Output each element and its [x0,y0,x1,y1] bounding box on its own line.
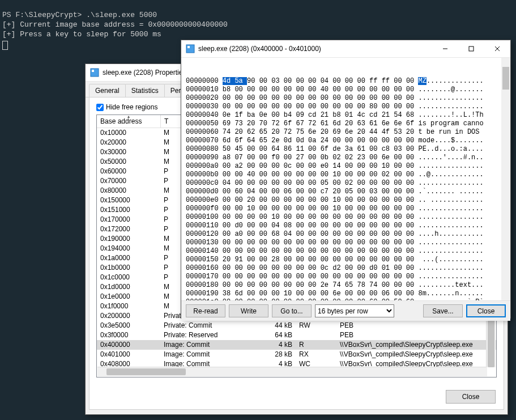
table-row[interactable]: 0x3f0000Private: Reserved64 kBPEB [97,330,496,340]
hex-row: 00000140 00 00 00 00 00 00 00 00 00 00 0… [186,247,508,256]
svg-rect-1 [92,70,94,72]
terminal-line-2: [+] Current image base address = 0x00000… [2,20,228,29]
hex-row: 00000090 a8 07 00 00 f0 00 27 00 0b 02 0… [186,154,508,162]
hex-row: 00000150 20 91 00 00 28 00 00 00 00 00 0… [186,256,508,264]
properties-close-button[interactable]: Close [446,390,496,404]
terminal-cursor [2,41,8,50]
terminal-line-3: [+] Press a key to sleep for 5000 ms [2,30,161,39]
hex-row: 00000180 00 00 00 00 00 00 00 00 2e 74 6… [186,281,508,290]
hex-row: 00000130 00 00 00 00 00 00 00 00 00 00 0… [186,239,508,247]
svg-rect-9 [469,46,474,51]
col-base-address[interactable]: ▴Base address [97,115,161,128]
tab-statistics[interactable]: Statistics [125,84,165,97]
hex-title: sleep.exe (2208) (0x400000 - 0x401000) [198,45,432,53]
hex-row: 000001a0 00 00 00 00 00 00 00 00 00 00 0… [186,298,508,300]
save-button[interactable]: Save... [423,304,463,317]
hex-row: 000000f0 00 00 10 00 00 00 00 00 00 10 0… [186,205,508,213]
write-button[interactable]: Write [229,304,268,317]
close-button[interactable] [484,40,510,57]
table-row[interactable]: 0x3e5000Private: Commit44 kBRWPEB [97,321,496,330]
terminal-line-1: PS F:\SleepyCrypt> .\sleep.exe 5000 [2,11,157,19]
hscroll-thumb[interactable] [106,368,186,375]
app-icon [90,68,99,77]
horizontal-scrollbar[interactable] [97,367,487,376]
hex-dump[interactable]: 00000000 4d 5a 90 00 03 00 00 00 04 00 0… [181,58,510,300]
hex-close-button[interactable]: Close [466,304,506,317]
svg-rect-7 [187,46,190,48]
tab-general[interactable]: General [89,84,126,97]
hex-row: 00000000 4d 5a 90 00 03 00 00 00 04 00 0… [186,77,508,86]
hex-row: 00000070 6d 6f 64 65 2e 0d 0d 0a 24 00 0… [186,137,508,145]
hex-row: 00000160 00 00 00 00 00 00 00 00 0c d2 0… [186,264,508,273]
hex-row: 00000050 69 73 20 70 72 6f 67 72 61 6d 2… [186,120,508,128]
hex-row: 00000010 b8 00 00 00 00 00 00 00 40 00 0… [186,86,508,94]
hex-row: 000000b0 00 00 40 00 00 00 00 00 00 10 0… [186,171,508,179]
app-icon [186,44,195,53]
hex-row: 000000d0 00 60 04 00 00 06 00 00 c7 20 0… [186,188,508,196]
minimize-button[interactable] [432,40,458,57]
hex-row: 00000110 00 d0 00 00 04 08 00 00 00 00 0… [186,222,508,230]
hex-row: 00000170 00 00 00 00 00 00 00 00 00 00 0… [186,273,508,281]
table-row[interactable]: 0x401000Image: Commit28 kBRX\\VBoxSvr\_c… [97,350,496,359]
hide-free-regions-input[interactable] [96,104,104,111]
sort-caret-icon: ▴ [127,114,130,119]
goto-button[interactable]: Go to... [272,304,312,317]
hex-row: 000000c0 04 00 00 00 00 00 00 00 05 00 0… [186,179,508,188]
hex-toolbar: Re-read Write Go to... 16 bytes per row … [181,300,510,321]
hide-free-regions-label: Hide free regions [106,103,157,111]
hex-scroll-thumb[interactable] [502,67,509,90]
hex-row: 00000020 00 00 00 00 00 00 00 00 00 00 0… [186,94,508,103]
hex-vertical-scrollbar[interactable] [501,58,510,300]
bytes-per-row-select[interactable]: 16 bytes per row [315,304,394,317]
maximize-button[interactable] [458,40,484,57]
hex-row: 000000a0 00 a2 00 00 00 0c 00 00 e0 14 0… [186,162,508,171]
hex-row: 00000060 74 20 62 65 20 72 75 6e 20 69 6… [186,128,508,137]
hex-row: 00000080 50 45 00 00 64 86 11 00 6f de 3… [186,145,508,154]
hex-row: 00000120 00 a0 00 00 68 04 00 00 00 00 0… [186,230,508,239]
table-row[interactable]: 0x400000Image: Commit4 kBR\\VBoxSvr\_com… [97,340,496,350]
hex-row: 00000100 00 00 00 00 10 00 00 00 00 00 0… [186,213,508,222]
hex-window: sleep.exe (2208) (0x400000 - 0x401000) 0… [181,40,511,319]
hex-row: 000000e0 00 00 20 00 00 00 00 00 00 10 0… [186,196,508,205]
hex-titlebar[interactable]: sleep.exe (2208) (0x400000 - 0x401000) [181,40,510,58]
reread-button[interactable]: Re-read [186,304,225,317]
hex-row: 00000040 0e 1f ba 0e 00 b4 09 cd 21 b8 0… [186,111,508,120]
hex-row: 00000030 00 00 00 00 00 00 00 00 00 00 0… [186,103,508,111]
hex-row: 00000190 38 6d 00 00 00 10 00 00 00 6e 0… [186,290,508,298]
